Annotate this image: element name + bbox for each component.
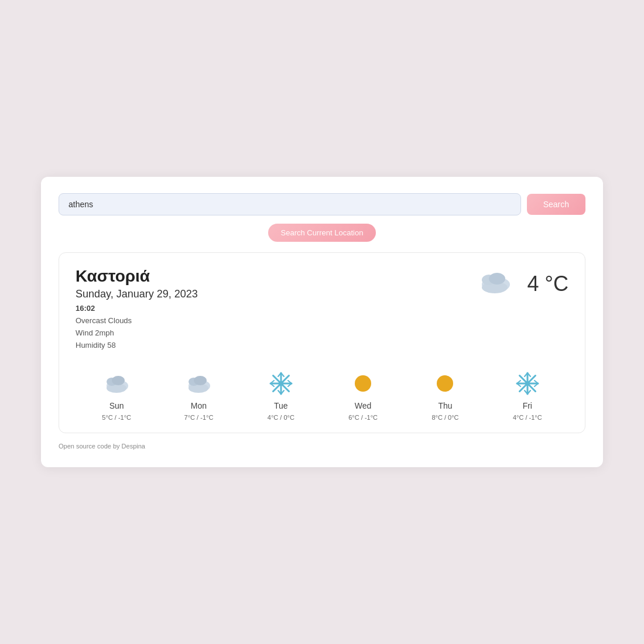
- cloud-icon-sun: [104, 369, 129, 398]
- day-name-thu: Thu: [438, 401, 452, 410]
- date-line: Sunday, January 29, 2023: [76, 288, 478, 300]
- forecast-day-tue: Tue 4°C / 0°C: [252, 369, 310, 421]
- svg-point-30: [279, 381, 283, 386]
- weather-card: Καστοριά Sunday, January 29, 2023 16:02 …: [59, 252, 585, 433]
- sun-icon-wed: [350, 369, 376, 398]
- current-weather-icon: [478, 267, 516, 301]
- location-row: Search Current Location: [59, 224, 585, 242]
- footer-text: Open source code by Despina: [59, 443, 585, 450]
- svg-point-11: [112, 376, 125, 385]
- day-name-fri: Fri: [523, 401, 532, 410]
- snow-icon-tue: [268, 369, 294, 398]
- sun-icon-thu: [432, 369, 458, 398]
- forecast-row: Sun 5°C / -1°C Mon 7°C / -1°C: [76, 369, 568, 421]
- svg-point-32: [437, 375, 453, 392]
- condition-text: Overcast Clouds Wind 2mph Humidity 58: [76, 315, 478, 351]
- weather-main: Καστοριά Sunday, January 29, 2023 16:02 …: [76, 267, 568, 351]
- day-name-mon: Mon: [191, 401, 207, 410]
- svg-point-5: [489, 273, 505, 285]
- forecast-day-mon: Mon 7°C / -1°C: [169, 369, 228, 421]
- day-temps-wed: 6°C / -1°C: [348, 414, 378, 421]
- day-temps-mon: 7°C / -1°C: [184, 414, 214, 421]
- day-temps-sun: 5°C / -1°C: [102, 414, 131, 421]
- svg-point-45: [525, 381, 530, 386]
- search-location-button[interactable]: Search Current Location: [268, 224, 376, 242]
- snow-icon-fri: [515, 369, 540, 398]
- day-temps-tue: 4°C / 0°C: [268, 414, 294, 421]
- day-name-wed: Wed: [355, 401, 372, 410]
- app-container: Search Search Current Location Καστοριά …: [41, 177, 603, 467]
- city-name: Καστοριά: [76, 267, 478, 286]
- forecast-day-thu: Thu 8°C / 0°C: [416, 369, 474, 421]
- search-button[interactable]: Search: [527, 194, 585, 215]
- weather-details: Καστοριά Sunday, January 29, 2023 16:02 …: [76, 267, 478, 351]
- cloud-icon-mon: [186, 369, 211, 398]
- search-row: Search: [59, 193, 585, 215]
- day-temps-thu: 8°C / 0°C: [431, 414, 458, 421]
- forecast-day-wed: Wed 6°C / -1°C: [334, 369, 392, 421]
- time-label: 16:02: [76, 304, 478, 313]
- temperature: 4 °C: [527, 272, 568, 296]
- forecast-day-fri: Fri 4°C / -1°C: [498, 369, 557, 421]
- search-input[interactable]: [59, 193, 521, 215]
- day-temps-fri: 4°C / -1°C: [513, 414, 542, 421]
- svg-point-17: [194, 376, 207, 385]
- weather-icon-temp: 4 °C: [478, 267, 568, 301]
- forecast-day-sun: Sun 5°C / -1°C: [87, 369, 146, 421]
- day-name-tue: Tue: [274, 401, 288, 410]
- svg-point-31: [355, 375, 371, 392]
- day-name-sun: Sun: [109, 401, 124, 410]
